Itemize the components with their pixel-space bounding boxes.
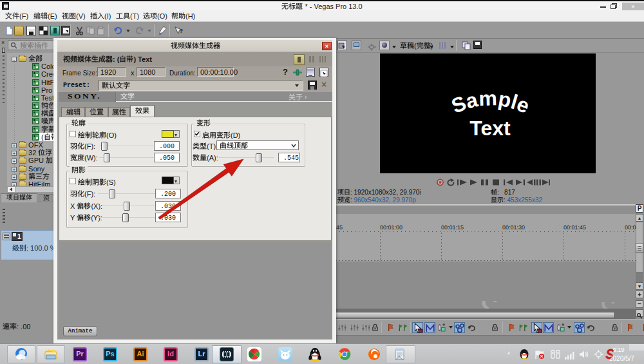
svg-text:Sample: Sample <box>448 86 533 118</box>
svg-text:Text: Text <box>469 117 511 140</box>
svg-text:?: ? <box>179 28 183 34</box>
